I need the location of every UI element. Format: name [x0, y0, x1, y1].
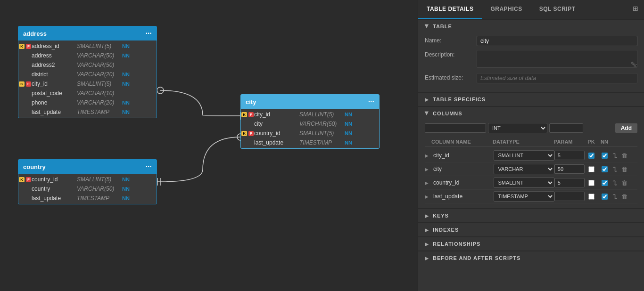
tab-sql-script[interactable]: SQL SCRIPT — [531, 0, 584, 19]
table-row[interactable]: last_update TIMESTAMP NN — [18, 107, 157, 117]
col-pk-checkbox-last-update[interactable] — [588, 194, 594, 200]
col-move-btn-city[interactable]: ⇅ — [611, 165, 619, 174]
col-nn-checkbox-last-update[interactable] — [602, 194, 608, 200]
col-data-param-country-id — [554, 178, 585, 187]
column-row-country-id[interactable]: ▶ country_id SMALLINT ⇅ — [425, 176, 637, 190]
table-section-chevron: ▶ — [424, 24, 429, 29]
country-table-menu[interactable]: ··· — [146, 162, 152, 171]
before-after-section-header[interactable]: ▶ BEFORE AND AFTER SCRIPTS — [418, 251, 644, 265]
new-column-name-input[interactable] — [425, 123, 486, 133]
table-row[interactable]: K F city_id SMALLINT(5) NN — [18, 79, 157, 89]
col-type-select-last-update[interactable]: TIMESTAMP — [494, 191, 554, 202]
relationships-section-chevron: ▶ — [425, 242, 429, 247]
col-actions-country-id: ⇅ 🗑 — [611, 178, 637, 187]
col-param-input-last-update[interactable] — [554, 192, 585, 201]
table-row[interactable]: last_update TIMESTAMP NN — [241, 138, 379, 147]
table-row[interactable]: country VARCHAR(50) NN — [18, 184, 157, 194]
col-pk-city — [585, 166, 598, 172]
city-table-menu[interactable]: ··· — [368, 97, 374, 106]
col-param-input-country-id[interactable] — [554, 178, 585, 187]
table-row[interactable]: last_update TIMESTAMP NN — [18, 194, 157, 203]
col-delete-btn-last-update[interactable]: 🗑 — [620, 192, 629, 201]
col-nn: NN — [345, 130, 352, 136]
description-textarea[interactable] — [477, 50, 637, 68]
estimated-size-field-row: Estimated size: — [425, 73, 637, 83]
column-row-city-id[interactable]: ▶ city_id SMALLINT ⇅ 🗑 — [425, 149, 637, 162]
svg-point-0 — [157, 87, 164, 94]
table-row[interactable]: postal_code VARCHAR(10) — [18, 89, 157, 98]
new-column-param-input[interactable] — [549, 123, 583, 133]
col-type-select-country-id[interactable]: SMALLINT — [494, 178, 554, 188]
col-pk-checkbox-city[interactable] — [588, 166, 594, 172]
table-row[interactable]: K F city_id SMALLINT(5) NN — [241, 110, 379, 119]
table-row[interactable]: address2 VARCHAR(50) — [18, 60, 157, 70]
table-row[interactable]: K F country_id SMALLINT(5) NN — [241, 129, 379, 138]
col-type-select-city-id[interactable]: SMALLINT — [494, 150, 554, 161]
table-section-header[interactable]: ▶ TABLE — [418, 19, 644, 33]
tab-table-details[interactable]: TABLE DETAILS — [418, 0, 482, 19]
col-header-datatype: DATATYPE — [493, 139, 554, 145]
col-type: SMALLINT(5) — [299, 111, 342, 118]
col-nn: NN — [122, 53, 130, 58]
city-table[interactable]: city ··· K F city_id SMALLINT(5) NN city — [240, 94, 380, 149]
col-move-btn-city-id[interactable]: ⇅ — [611, 151, 619, 160]
estimated-size-input[interactable] — [477, 73, 637, 83]
add-column-button[interactable]: Add — [615, 123, 637, 133]
country-table-header[interactable]: country ··· — [18, 160, 157, 174]
col-type: VARCHAR(10) — [77, 90, 119, 97]
col-nn-checkbox-city[interactable] — [602, 166, 608, 172]
indexes-section-header[interactable]: ▶ INDEXES — [418, 223, 644, 236]
name-input[interactable] — [477, 36, 637, 46]
table-section-label: TABLE — [433, 24, 452, 29]
col-data-name-country-id: country_id — [431, 179, 494, 186]
no-icon — [22, 186, 29, 192]
col-type: SMALLINT(5) — [299, 130, 342, 137]
country-table[interactable]: country ··· K F country_id SMALLINT(5) N… — [18, 159, 157, 204]
col-expand-country-id[interactable]: ▶ — [425, 180, 431, 186]
columns-section-header[interactable]: ▶ COLUMNS — [418, 106, 644, 120]
col-delete-btn-country-id[interactable]: 🗑 — [620, 178, 629, 187]
table-row[interactable]: K F country_id SMALLINT(5) NN — [18, 175, 157, 184]
col-param-input-city-id[interactable] — [554, 151, 585, 160]
table-row[interactable]: phone VARCHAR(20) NN — [18, 98, 157, 107]
tab-graphics[interactable]: GRAPHICS — [482, 0, 530, 19]
col-nn: NN — [345, 112, 352, 117]
col-type-select-city[interactable]: VARCHAR — [494, 164, 554, 174]
col-expand-last-update[interactable]: ▶ — [425, 194, 431, 199]
col-pk-checkbox-city-id[interactable] — [588, 153, 594, 159]
col-delete-btn-city[interactable]: 🗑 — [620, 165, 629, 174]
layout-icon[interactable]: ⊞ — [627, 0, 644, 19]
col-nn: NN — [122, 72, 130, 77]
col-move-btn-country-id[interactable]: ⇅ — [611, 178, 619, 187]
keys-section-chevron: ▶ — [425, 213, 429, 218]
table-row[interactable]: KF address_id SMALLINT(5) NN — [18, 41, 157, 51]
column-row-last-update[interactable]: ▶ last_update TIMESTAMP ⇅ — [425, 190, 637, 203]
relationships-section-header[interactable]: ▶ RELATIONSHIPS — [418, 237, 644, 251]
col-nn: NN — [345, 121, 352, 127]
col-name: address2 — [32, 62, 74, 68]
col-nn-checkbox-city-id[interactable] — [602, 153, 608, 159]
new-column-type-select[interactable]: INT SMALLINT VARCHAR TIMESTAMP — [488, 123, 547, 133]
col-expand-city[interactable]: ▶ — [425, 167, 431, 172]
table-row[interactable]: address VARCHAR(50) NN — [18, 51, 157, 60]
col-expand-city-id[interactable]: ▶ — [425, 153, 431, 158]
address-table[interactable]: address ··· KF address_id SMALLINT(5) NN… — [18, 26, 157, 118]
col-delete-btn-city-id[interactable]: 🗑 — [620, 151, 629, 160]
table-row[interactable]: district VARCHAR(20) NN — [18, 70, 157, 79]
col-nn-city — [598, 166, 611, 172]
col-name: phone — [32, 99, 74, 106]
col-param-input-city[interactable] — [554, 164, 585, 174]
keys-section-header[interactable]: ▶ KEYS — [418, 209, 644, 222]
columns-section-chevron: ▶ — [424, 112, 429, 116]
table-specifics-section: ▶ TABLE SPECIFICS — [418, 92, 644, 106]
col-move-btn-last-update[interactable]: ⇅ — [611, 192, 619, 201]
col-pk-checkbox-country-id[interactable] — [588, 180, 594, 186]
address-table-menu[interactable]: ··· — [146, 29, 152, 38]
column-row-city[interactable]: ▶ city VARCHAR ⇅ 🗑 — [425, 162, 637, 176]
address-table-header[interactable]: address ··· — [18, 26, 157, 40]
table-row[interactable]: city VARCHAR(50) NN — [241, 119, 379, 129]
table-specifics-header[interactable]: ▶ TABLE SPECIFICS — [418, 92, 644, 106]
city-table-header[interactable]: city ··· — [241, 95, 379, 109]
col-type: SMALLINT(5) — [77, 176, 119, 183]
col-nn-checkbox-country-id[interactable] — [602, 180, 608, 186]
